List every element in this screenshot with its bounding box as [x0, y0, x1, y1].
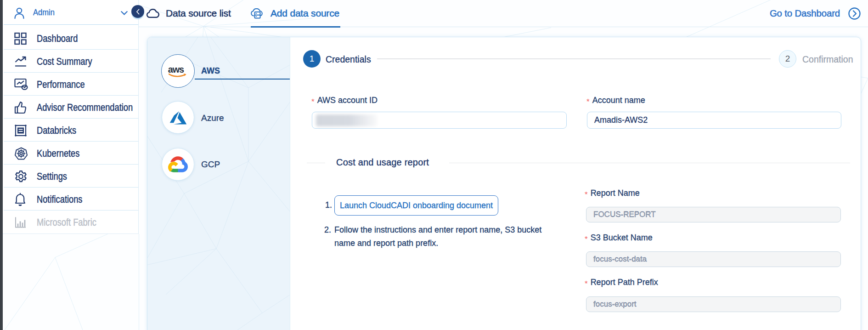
svg-text:aws: aws	[168, 64, 184, 74]
